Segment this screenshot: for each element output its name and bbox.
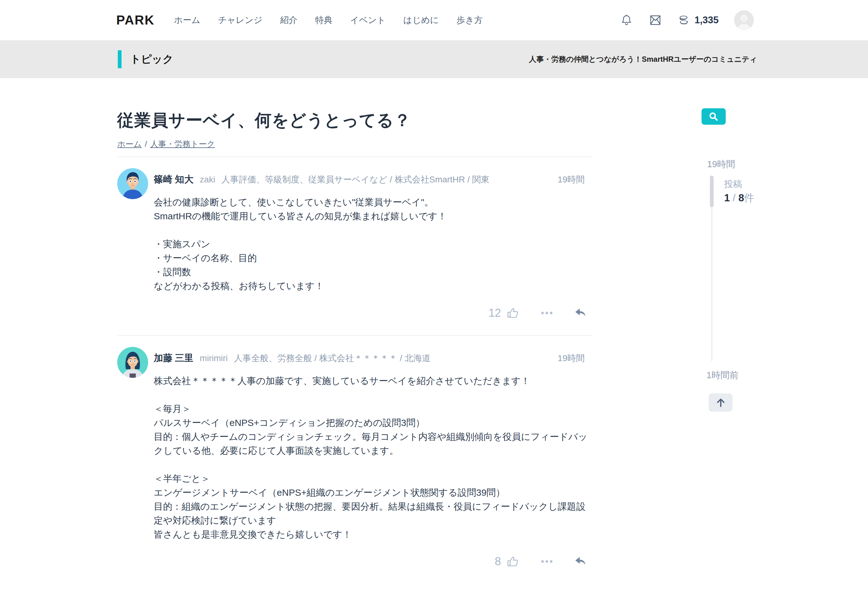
post-timestamp: 19時間 — [558, 174, 585, 185]
post-meta: 人事評価、等級制度、従業員サーベイなど / 株式会社SmartHR / 関東 — [221, 174, 490, 185]
search-icon — [707, 111, 720, 122]
nav-guide[interactable]: 歩き方 — [457, 14, 483, 26]
post-body: 株式会社＊＊＊＊＊人事の加藤です、実施しているサーベイを紹介させていただきます！… — [154, 374, 588, 541]
page-title: 従業員サーベイ、何をどうとってる？ — [117, 109, 592, 132]
like-count: 12 — [489, 306, 501, 320]
post-handle: mirimiri — [200, 353, 227, 363]
timeline-posts-label: 投稿 — [724, 178, 742, 191]
scroll-to-top-button[interactable] — [709, 393, 732, 411]
nav-intro[interactable]: 紹介 — [280, 14, 297, 26]
total-post-number: 8 — [738, 192, 744, 204]
search-button[interactable] — [701, 108, 726, 125]
thumbs-up-icon — [506, 306, 520, 320]
arrow-up-icon — [715, 397, 726, 408]
breadcrumb: ホーム/人事・労務トーク — [117, 139, 592, 157]
thumbs-up-icon — [506, 555, 520, 568]
post-1-actions: 12 — [154, 306, 586, 320]
topic-bar: トピック 人事・労務の仲間とつながろう！SmartHRユーザーのコミュニティ — [0, 40, 868, 78]
like-count: 8 — [495, 555, 501, 568]
global-header: PARK ホーム チャレンジ 紹介 特典 イベント はじめに 歩き方 — [0, 0, 868, 40]
current-post-number: 1 — [724, 192, 730, 204]
post-2-header: 加藤 三里 mirimiri 人事全般、労務全般 / 株式会社＊＊＊＊＊ / 北… — [154, 347, 592, 364]
nav-home[interactable]: ホーム — [174, 14, 200, 26]
post-2: 加藤 三里 mirimiri 人事全般、労務全般 / 株式会社＊＊＊＊＊ / 北… — [117, 336, 592, 568]
post-2-avatar[interactable] — [117, 347, 148, 378]
count-unit: 件 — [744, 192, 754, 204]
breadcrumb-separator: / — [145, 139, 147, 149]
nav-benefits[interactable]: 特典 — [315, 14, 332, 26]
reply-button[interactable] — [574, 556, 586, 567]
like-button[interactable]: 8 — [495, 555, 520, 568]
nav-getting-started[interactable]: はじめに — [403, 14, 439, 26]
coin-count: 1,335 — [694, 15, 719, 26]
envelope-icon[interactable] — [648, 13, 662, 27]
timeline-post-count: 1 / 8件 — [724, 191, 754, 205]
topic-bar-title: トピック — [130, 52, 173, 67]
timeline-scrubber-handle[interactable] — [710, 176, 714, 207]
post-handle: zaki — [200, 175, 215, 185]
post-body: 会社の健康診断として、使いこなしていきたい"従業員サーベイ"。 SmartHRの… — [154, 195, 588, 293]
post-2-content: 加藤 三里 mirimiri 人事全般、労務全般 / 株式会社＊＊＊＊＊ / 北… — [154, 347, 592, 568]
coin-balance[interactable]: 1,335 — [678, 13, 719, 27]
post-meta: 人事全般、労務全般 / 株式会社＊＊＊＊＊ / 北海道 — [234, 352, 431, 364]
header-actions: 1,335 — [620, 10, 754, 30]
post-author[interactable]: 加藤 三里 — [154, 352, 193, 364]
breadcrumb-category-link[interactable]: 人事・労務トーク — [150, 139, 215, 149]
post-1-avatar[interactable] — [117, 168, 148, 199]
more-options-button[interactable] — [540, 559, 554, 564]
community-tagline: 人事・労務の仲間とつながろう！SmartHRユーザーのコミュニティ — [529, 54, 757, 64]
reply-button[interactable] — [574, 308, 586, 318]
breadcrumb-home-link[interactable]: ホーム — [117, 139, 142, 149]
post-1-header: 篠崎 知大 zaki 人事評価、等級制度、従業員サーベイなど / 株式会社Sma… — [154, 168, 592, 186]
user-avatar[interactable] — [734, 10, 754, 30]
post-author[interactable]: 篠崎 知大 — [154, 173, 193, 186]
more-options-button[interactable] — [540, 311, 554, 315]
post-timestamp: 19時間 — [558, 352, 585, 364]
nav-challenge[interactable]: チャレンジ — [218, 14, 262, 26]
timeline-start-time: 19時間 — [707, 158, 735, 171]
post-1-content: 篠崎 知大 zaki 人事評価、等級制度、従業員サーベイなど / 株式会社Sma… — [154, 168, 592, 320]
like-button[interactable]: 12 — [489, 306, 520, 320]
bell-icon[interactable] — [620, 13, 633, 27]
accent-bar — [118, 50, 121, 68]
coins-icon — [678, 13, 691, 27]
main-nav: ホーム チャレンジ 紹介 特典 イベント はじめに 歩き方 — [174, 14, 483, 26]
timeline-end-time: 1時間前 — [707, 369, 738, 382]
topic-main: 従業員サーベイ、何をどうとってる？ ホーム/人事・労務トーク — [117, 109, 592, 568]
post-2-actions: 8 — [154, 555, 586, 568]
nav-events[interactable]: イベント — [350, 14, 386, 26]
community-topic-page: PARK ホーム チャレンジ 紹介 特典 イベント はじめに 歩き方 — [0, 0, 868, 595]
post-1: 篠崎 知大 zaki 人事評価、等級制度、従業員サーベイなど / 株式会社Sma… — [117, 157, 592, 336]
park-logo[interactable]: PARK — [116, 13, 155, 28]
